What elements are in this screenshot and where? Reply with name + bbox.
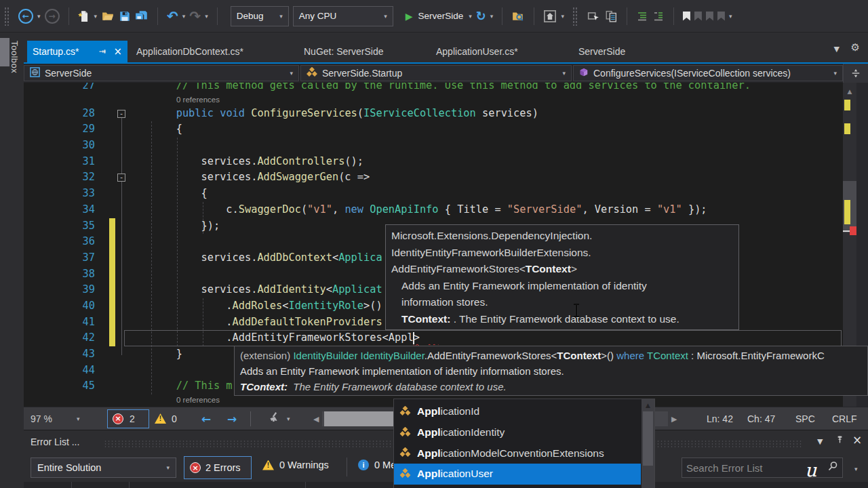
- code-line[interactable]: 30: [24, 138, 868, 154]
- previous-bookmark-icon[interactable]: [694, 12, 702, 21]
- sidebar-item-toolbox[interactable]: Toolbox: [9, 41, 20, 73]
- errors-filter-button[interactable]: ×2 Errors: [184, 456, 252, 479]
- file-errors-indicator[interactable]: ×2: [107, 409, 149, 428]
- toggle-bookmark-icon[interactable]: [683, 12, 690, 21]
- new-file-icon[interactable]: [78, 10, 90, 22]
- code-line[interactable]: 34 c.SwaggerDoc("v1", new OpenApiInfo { …: [24, 202, 868, 218]
- tab-serverside[interactable]: ServerSide: [573, 41, 631, 62]
- code-token: [126, 380, 176, 392]
- completion-item[interactable]: ApplicationUser: [394, 464, 641, 485]
- chevron-down-icon[interactable]: ▾: [77, 415, 80, 422]
- code-token: [426, 331, 438, 344]
- project-dropdown[interactable]: ServerSide ▾: [24, 65, 299, 81]
- code-text: public void ConfigureServices(IServiceCo…: [126, 106, 538, 122]
- scroll-left-icon[interactable]: ◀: [313, 414, 319, 423]
- fold-collapse-button[interactable]: -: [117, 110, 125, 118]
- tab-nuget-serverside[interactable]: NuGet: ServerSide: [298, 41, 389, 62]
- undo-icon[interactable]: ↶: [167, 8, 178, 24]
- code-structure-icon[interactable]: [604, 10, 618, 22]
- completion-label: ApplicationId: [417, 405, 479, 418]
- navigate-forward-icon[interactable]: →: [45, 9, 60, 24]
- next-bookmark-icon[interactable]: [706, 12, 713, 21]
- scroll-up-icon[interactable]: ▲: [642, 402, 654, 409]
- column-indicator[interactable]: Ch: 47: [747, 413, 775, 424]
- search-options-dropdown-icon[interactable]: ▾: [854, 466, 858, 472]
- save-icon[interactable]: [119, 10, 131, 22]
- close-icon[interactable]: ×: [113, 45, 122, 58]
- tab-applicationdbcontext-cs[interactable]: ApplicationDbContext.cs*: [131, 41, 249, 62]
- line-number-indicator[interactable]: Ln: 42: [707, 413, 733, 424]
- code-line[interactable]: 33 {: [24, 186, 868, 202]
- fold-collapse-button[interactable]: -: [117, 174, 125, 182]
- close-icon[interactable]: ×: [852, 433, 862, 447]
- solution-platform-dropdown[interactable]: Any CPU▾: [293, 6, 393, 26]
- completion-item[interactable]: ApplicationId: [394, 401, 641, 422]
- tab-list-dropdown-icon[interactable]: ▼: [834, 45, 840, 54]
- line-number: 40: [68, 298, 95, 314]
- code-token: (: [357, 107, 363, 119]
- toolbar-drag-handle[interactable]: [4, 7, 9, 26]
- pin-icon[interactable]: [835, 435, 844, 444]
- line-ending-indicator[interactable]: CRLF: [832, 413, 857, 424]
- messages-filter-button[interactable]: i0 Me: [358, 460, 396, 470]
- navigate-back-icon[interactable]: ←: [18, 9, 33, 24]
- save-all-icon[interactable]: [135, 10, 149, 22]
- previous-issue-icon[interactable]: ←: [201, 412, 211, 426]
- window-position-dropdown-icon[interactable]: ▼: [817, 437, 823, 446]
- toolbar-separator: [502, 7, 502, 25]
- file-warnings-indicator[interactable]: 0: [155, 413, 177, 424]
- warnings-filter-button[interactable]: 0 Warnings: [262, 460, 329, 470]
- code-line[interactable]: 32- services.AddSwaggerGen(c =>: [24, 169, 868, 186]
- split-window-button[interactable]: [843, 64, 868, 83]
- next-issue-icon[interactable]: →: [227, 412, 237, 426]
- completion-item[interactable]: ApplicationIdentity: [394, 422, 641, 443]
- scroll-right-icon[interactable]: ▶: [671, 414, 677, 423]
- code-line[interactable]: 29 {: [24, 121, 868, 138]
- bookmarks-dropdown[interactable]: ▾: [729, 13, 732, 20]
- refresh-icon[interactable]: ↻: [476, 9, 486, 23]
- warnings-filter-label: 0 Warnings: [279, 460, 329, 470]
- codelens-references[interactable]: 0 references: [24, 94, 868, 106]
- toolbar-drag-handle[interactable]: [572, 7, 577, 26]
- code-line[interactable]: 27 // This method gets called by the run…: [24, 83, 868, 94]
- warning-icon: [262, 460, 274, 470]
- search-icon[interactable]: [827, 461, 838, 474]
- completion-item[interactable]: ApplicationModelConventionExtensions: [394, 443, 641, 464]
- solution-configuration-dropdown[interactable]: Debug▾: [231, 6, 289, 26]
- navigate-back-dropdown[interactable]: ▾: [37, 13, 41, 20]
- indentation-indicator[interactable]: SPC: [795, 413, 815, 424]
- code-line[interactable]: 28- public void ConfigureServices(IServi…: [24, 106, 868, 122]
- completion-scrollbar[interactable]: ▲: [642, 399, 654, 488]
- gear-icon[interactable]: ⚙: [851, 41, 860, 54]
- type-dropdown[interactable]: ServerSide.Startup ▾: [300, 65, 572, 81]
- select-element-icon[interactable]: [587, 10, 600, 22]
- clear-bookmarks-icon[interactable]: [717, 12, 725, 21]
- code-line[interactable]: 42 .AddEntityFrameworkStores<Appl>: [24, 330, 868, 346]
- scrollbar-thumb[interactable]: [643, 411, 653, 466]
- find-in-files-icon[interactable]: [511, 10, 525, 22]
- error-scope-dropdown[interactable]: Entire Solution▾: [31, 458, 176, 478]
- tab-startup-cs[interactable]: Startup.cs*×: [27, 41, 127, 62]
- open-file-icon[interactable]: [101, 10, 115, 22]
- decrease-indent-icon[interactable]: [636, 11, 648, 22]
- browser-dropdown[interactable]: ▾: [561, 13, 564, 20]
- increase-indent-icon[interactable]: [652, 11, 665, 22]
- code-token: void: [220, 107, 245, 119]
- chevron-down-icon[interactable]: ▾: [287, 415, 290, 422]
- start-debugging-button[interactable]: ▶ServerSide▾: [406, 11, 472, 22]
- tab-applicationuser-cs[interactable]: ApplicationUser.cs*: [431, 41, 524, 62]
- redo-dropdown[interactable]: ▾: [205, 13, 208, 20]
- error-list-search-box[interactable]: [682, 458, 843, 478]
- refresh-dropdown[interactable]: ▾: [490, 13, 494, 20]
- new-file-dropdown[interactable]: ▾: [94, 13, 98, 20]
- redo-icon[interactable]: ↷: [189, 8, 201, 24]
- member-dropdown[interactable]: ConfigureServices(IServiceCollection ser…: [573, 65, 843, 81]
- code-line[interactable]: 31 services.AddControllers();: [24, 154, 868, 170]
- zoom-level-dropdown[interactable]: 97 %: [31, 413, 52, 424]
- code-text: services.AddIdentity<Applicat: [126, 282, 382, 298]
- pin-icon[interactable]: [98, 47, 106, 56]
- scrollbar-thumb[interactable]: [324, 411, 396, 426]
- browser-home-icon[interactable]: [543, 9, 557, 23]
- undo-dropdown[interactable]: ▾: [182, 13, 186, 20]
- code-cleanup-icon[interactable]: [267, 411, 280, 426]
